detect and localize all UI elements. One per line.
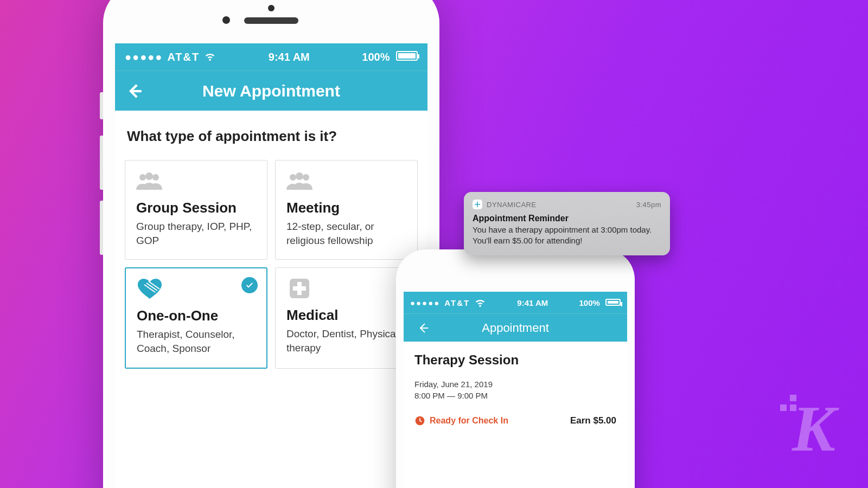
arrow-left-icon	[125, 82, 144, 100]
card-title: Meeting	[286, 200, 406, 216]
battery-pct: 100%	[362, 51, 390, 63]
phone-mockup-left: ●●●●● AT&T 9:41 AM 100% New Appointment …	[103, 0, 439, 488]
heart-hands-icon	[137, 278, 256, 304]
people-icon	[136, 170, 256, 196]
phone-proximity-sensor	[222, 16, 230, 24]
clock: 9:41 AM	[269, 51, 310, 63]
session-time: 8:00 PM — 9:00 PM	[414, 391, 616, 400]
card-title: One-on-One	[137, 307, 256, 324]
back-button[interactable]	[124, 80, 145, 102]
notification-header: DYNAMICARE 3:45pm	[473, 200, 661, 209]
carrier-indicator: ●●●●● AT&T	[125, 50, 216, 65]
card-subtitle: Therapist, Counselor, Coach, Sponsor	[137, 328, 256, 355]
wifi-icon	[474, 296, 486, 310]
card-meeting[interactable]: Meeting 12-step, secular, or religious f…	[275, 160, 418, 260]
content-area: What type of appointment is it? Group Se…	[115, 111, 427, 383]
notification-body: You have a therapy appointment at 3:00pm…	[473, 224, 661, 247]
svg-point-0	[139, 174, 146, 181]
signal-dots-icon: ●●●●●	[410, 298, 440, 307]
battery-icon	[605, 299, 621, 306]
notification-app-name: DYNAMICARE	[487, 201, 537, 209]
status-bar: ●●●●● AT&T 9:41 AM 100%	[115, 43, 427, 70]
checkin-status: Ready for Check In	[430, 416, 508, 426]
phone-mockup-right: ●●●●● AT&T 9:41 AM 100% Appointment Ther…	[396, 249, 635, 488]
notification-title: Appointment Reminder	[473, 214, 661, 223]
wifi-icon	[204, 50, 216, 65]
carrier-label: AT&T	[167, 51, 200, 63]
card-title: Group Session	[136, 200, 256, 216]
card-subtitle: Group therapy, IOP, PHP, GOP	[136, 220, 256, 247]
appointment-detail: Therapy Session Friday, June 21, 2019 8:…	[404, 342, 627, 437]
watermark-dots-icon	[770, 395, 796, 411]
medical-cross-icon	[286, 278, 406, 304]
svg-point-3	[290, 174, 296, 181]
carrier-label: AT&T	[444, 298, 470, 307]
battery-indicator: 100%	[362, 51, 418, 63]
session-date: Friday, June 21, 2019	[414, 380, 616, 389]
earn-amount: Earn $5.00	[570, 415, 616, 426]
page-title: New Appointment	[115, 82, 427, 100]
svg-point-1	[145, 172, 153, 180]
people-icon	[286, 170, 406, 196]
arrow-left-icon	[417, 322, 430, 335]
phone-speaker	[244, 17, 298, 24]
prompt-text: What type of appointment is it?	[127, 128, 416, 145]
card-subtitle: Doctor, Dentist, Physical therapy	[286, 327, 406, 355]
signal-dots-icon: ●●●●●	[125, 51, 163, 63]
back-button[interactable]	[412, 317, 434, 339]
phone-front-camera	[268, 5, 275, 11]
phone-screen-left: ●●●●● AT&T 9:41 AM 100% New Appointment …	[115, 43, 427, 488]
clock: 9:41 AM	[517, 298, 548, 307]
watermark-logo: K	[792, 391, 835, 466]
session-title: Therapy Session	[414, 352, 616, 368]
app-bar: Appointment	[404, 313, 627, 342]
app-bar: New Appointment	[115, 70, 427, 111]
app-icon	[473, 200, 482, 209]
phone-side-button	[100, 201, 103, 255]
svg-point-2	[152, 174, 159, 181]
battery-indicator: 100%	[579, 298, 621, 307]
checkin-row[interactable]: Ready for Check In Earn $5.00	[414, 415, 616, 426]
clock-icon	[414, 415, 425, 426]
svg-rect-8	[293, 286, 306, 291]
watermark-letter: K	[792, 393, 835, 465]
appointment-type-grid: Group Session Group therapy, IOP, PHP, G…	[125, 160, 418, 369]
notification-time: 3:45pm	[636, 201, 661, 209]
card-title: Medical	[286, 307, 406, 324]
page-title: Appointment	[404, 321, 627, 335]
phone-side-button	[100, 136, 103, 190]
carrier-indicator: ●●●●● AT&T	[410, 296, 486, 310]
card-subtitle: 12-step, secular, or religious fellowshi…	[286, 220, 406, 247]
svg-point-4	[296, 172, 303, 180]
status-bar: ●●●●● AT&T 9:41 AM 100%	[404, 292, 627, 313]
push-notification[interactable]: DYNAMICARE 3:45pm Appointment Reminder Y…	[464, 192, 670, 255]
svg-point-5	[303, 174, 309, 181]
battery-pct: 100%	[579, 298, 599, 307]
battery-icon	[396, 51, 418, 61]
phone-side-button	[100, 92, 103, 119]
card-group-session[interactable]: Group Session Group therapy, IOP, PHP, G…	[125, 160, 267, 260]
phone-screen-right: ●●●●● AT&T 9:41 AM 100% Appointment Ther…	[404, 292, 627, 488]
card-one-on-one[interactable]: One-on-One Therapist, Counselor, Coach, …	[125, 267, 267, 368]
